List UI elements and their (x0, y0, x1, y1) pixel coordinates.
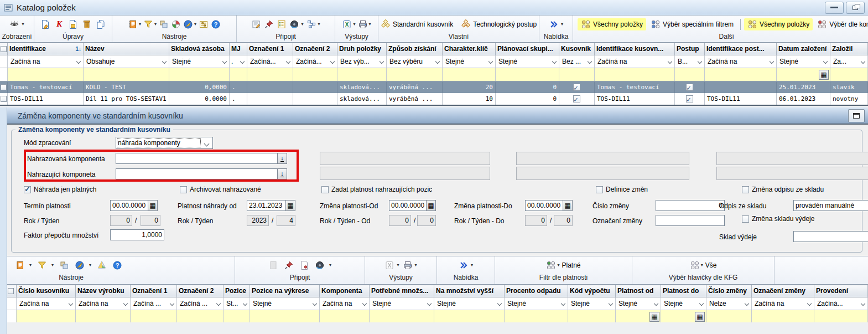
column-header-mj[interactable]: MJ (230, 43, 247, 55)
checkbox[interactable] (742, 215, 749, 223)
zmena-do-field[interactable]: 00.00.0000▦ (525, 200, 573, 211)
column-header-datum-zalozeni[interactable]: Datum založení (777, 43, 830, 55)
column-header-oznaceni2[interactable]: Označení 2 (293, 43, 337, 55)
menu-chevrons-icon[interactable] (459, 260, 469, 270)
column-header-na-mnozstvi-vyssi[interactable]: Na množství vyšší (434, 285, 505, 297)
dropdown-icon[interactable] (240, 59, 245, 64)
calendar-button[interactable]: ▦ (563, 200, 573, 211)
filter-pozice[interactable]: St... (224, 297, 250, 310)
dropdown-icon[interactable] (170, 301, 174, 306)
filter-input[interactable] (84, 68, 169, 81)
new-item-icon[interactable] (40, 19, 50, 29)
oznaceni-zmeny-input[interactable] (656, 215, 725, 226)
technologicky-postup-button[interactable]: Technologický postup (458, 18, 540, 30)
filter-input[interactable] (705, 68, 777, 81)
column-header-identifikace-kusovniku[interactable]: Identifikace kusovn... (595, 43, 675, 55)
lookup-button[interactable]: ↓ (277, 168, 287, 179)
column-header-potrebne-mnozstvi[interactable]: Potřebné množs... (370, 285, 434, 297)
mod-zpracovani-select[interactable]: náhrada komponenty (116, 137, 213, 149)
dropdown-arrow-icon[interactable]: ▾ (329, 263, 331, 268)
filter-mj[interactable]: . (230, 55, 247, 68)
dropdown-icon[interactable] (699, 301, 704, 306)
zmena-skladu-checkbox[interactable]: Změna skladu výdeje (742, 215, 814, 223)
copy-layout-icon[interactable] (59, 260, 69, 270)
dropdown-icon[interactable] (427, 301, 432, 306)
filter-skladova-zasoba[interactable]: Stejné (169, 55, 230, 68)
color-wheel-icon[interactable] (171, 19, 181, 29)
column-header-skladova-zasoba[interactable]: Skladová zásoba (169, 43, 230, 55)
column-header-druh-polozky[interactable]: Druh položky (337, 43, 387, 55)
settings-panel-icon[interactable] (199, 19, 209, 29)
dropdown-icon[interactable] (76, 59, 81, 64)
column-header-zalozil[interactable]: Založil (830, 43, 868, 55)
select-all-checkbox[interactable] (8, 288, 14, 294)
filter-input[interactable] (337, 68, 387, 81)
filter-oznaceni2[interactable]: Začíná... (293, 55, 337, 68)
filter-input[interactable] (8, 68, 84, 81)
column-header-cislo-kusovniku[interactable]: Číslo kusovníku (17, 285, 76, 297)
odpis-input[interactable]: prováděn manuálně (793, 200, 868, 211)
dropdown-icon[interactable] (435, 59, 440, 64)
dropdown-icon[interactable] (313, 301, 317, 306)
checkbox[interactable] (321, 186, 329, 193)
print-icon[interactable] (403, 260, 413, 270)
dropdown-icon[interactable] (668, 59, 672, 64)
delete-item-icon[interactable] (82, 19, 92, 29)
filter-pozice-na-vykrese[interactable]: Stejné (250, 297, 320, 310)
filter-input[interactable] (706, 310, 752, 323)
dropdown-icon[interactable] (807, 301, 812, 306)
nahrada-jen-platnych-checkbox[interactable]: Náhrada jen platných (24, 186, 96, 193)
journal-icon[interactable] (128, 19, 138, 29)
calendar-button[interactable]: ▦ (426, 200, 436, 211)
dropdown-icon[interactable] (243, 301, 247, 306)
filter-input-date[interactable]: ▦ (777, 68, 830, 81)
filter-kusovnik[interactable]: Bez ... (559, 55, 595, 68)
filter-platnost-od[interactable]: Stejné (616, 297, 661, 310)
filter-provedeni[interactable]: Začíná... (814, 297, 868, 310)
column-header-zpusob-ziskani[interactable]: Způsob získání (387, 43, 443, 55)
filter-input[interactable] (320, 310, 370, 323)
workflow-icon[interactable] (306, 19, 316, 29)
filter-icon[interactable] (143, 19, 153, 29)
checkbox[interactable] (742, 186, 749, 193)
dropdown-icon[interactable] (588, 59, 592, 64)
journal-icon[interactable] (15, 260, 25, 270)
termin-platnosti-field[interactable]: 00.00.0000▦ (110, 200, 158, 211)
column-header-platnost-do[interactable]: Platnost do (661, 285, 706, 297)
column-header-oznaceni1[interactable]: Označení 1 (247, 43, 293, 55)
filter-input[interactable] (250, 310, 320, 323)
dropdown-icon[interactable] (162, 59, 167, 64)
filter-input[interactable] (177, 310, 224, 323)
copy-layout-icon[interactable] (159, 19, 169, 29)
filter-input[interactable] (559, 68, 595, 81)
pin-icon[interactable] (284, 260, 294, 270)
zmena-od-field[interactable]: 00.00.0000▦ (389, 200, 436, 211)
filter-procento-odpadu[interactable]: Stejné (505, 297, 568, 310)
compass-icon[interactable] (183, 19, 193, 29)
definice-zmen-checkbox[interactable]: Definice změn (596, 186, 648, 193)
dropdown-arrow-icon[interactable]: ▾ (397, 263, 399, 268)
column-header-pozice-na-vykrese[interactable]: Pozice na výkrese (250, 285, 320, 297)
dropdown-arrow-icon[interactable]: ▾ (557, 263, 559, 268)
catalog-row-selected[interactable]: Tomas - testovací KOLO - TEST 0,0000 . s… (0, 81, 868, 93)
filter-nazev[interactable]: Obsahuje (84, 55, 169, 68)
duplicate-item-icon[interactable] (96, 19, 106, 29)
filter-input[interactable] (247, 68, 293, 81)
filter-input[interactable] (675, 68, 705, 81)
column-header-platnost-od[interactable]: Platnost od (616, 285, 661, 297)
dropdown-arrow-icon[interactable]: ▾ (369, 22, 371, 27)
row-checkbox[interactable] (1, 96, 7, 102)
column-header-nazev-vyrobku[interactable]: Název výrobku (76, 285, 131, 297)
filter-input[interactable] (752, 310, 814, 323)
minimize-button[interactable] (825, 2, 844, 14)
checkbox[interactable] (180, 186, 187, 193)
vyber-hlavicky-button[interactable]: ▾ Vše (687, 259, 720, 271)
archivovat-checkbox[interactable]: Archivovat nahrazované (180, 186, 261, 193)
vyber-specialnim-filtrem-button[interactable]: Výběr speciálním filtrem (647, 18, 737, 30)
media-disc-icon[interactable] (289, 19, 299, 29)
help-icon[interactable]: ? (112, 260, 122, 270)
dropdown-arrow-icon[interactable]: ▾ (353, 22, 355, 27)
filter-input[interactable] (230, 68, 247, 81)
filter-charakter-klic[interactable]: Stejné (443, 55, 496, 68)
nahrazujici-field[interactable]: ↓ (116, 168, 287, 179)
